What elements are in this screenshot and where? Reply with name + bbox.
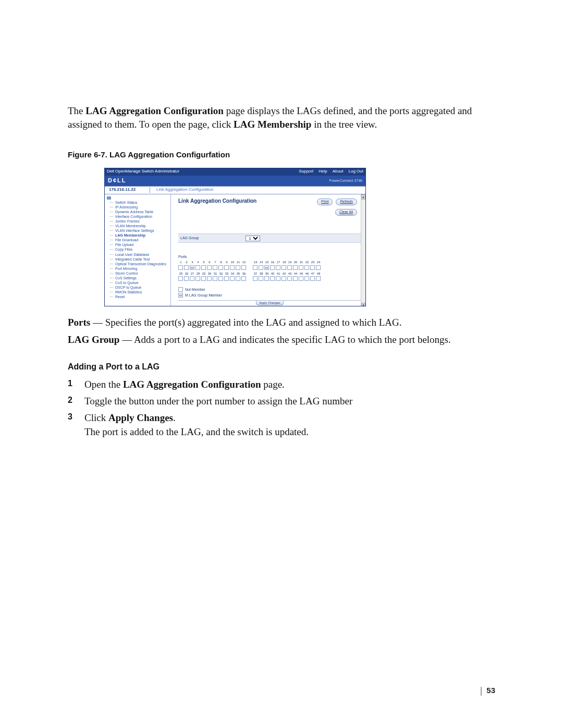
port-toggle[interactable] — [236, 265, 240, 270]
tree-item[interactable]: Copy Files — [107, 247, 170, 252]
port-toggle[interactable] — [259, 276, 263, 281]
port-toggle[interactable] — [224, 265, 229, 270]
tree-item[interactable]: Storm Control — [107, 271, 170, 276]
port-toggle[interactable] — [190, 276, 194, 281]
def-text-ports: — Specifies the port(s) aggregated into … — [90, 317, 401, 328]
port-toggle[interactable] — [293, 265, 298, 270]
port-toggle[interactable] — [282, 265, 286, 270]
port-number: 1 — [178, 260, 183, 264]
port-toggle[interactable] — [299, 276, 303, 281]
tree-root[interactable] — [107, 196, 170, 200]
port-toggle[interactable] — [310, 276, 315, 281]
tree-item[interactable]: Optical Transceiver Diagnostics — [107, 262, 170, 266]
tree-item[interactable]: IP Addressing — [107, 205, 170, 209]
port-toggle[interactable] — [218, 276, 223, 281]
clear-all-button[interactable]: Clear All — [335, 209, 357, 216]
port-toggle[interactable] — [253, 265, 258, 270]
port-toggle[interactable] — [213, 276, 217, 281]
tree-item[interactable]: File Download — [107, 238, 170, 242]
port-toggle[interactable] — [287, 265, 292, 270]
port-toggle[interactable] — [276, 276, 280, 281]
port-toggle[interactable] — [304, 265, 309, 270]
port-toggle[interactable] — [282, 276, 286, 281]
port-toggle[interactable] — [201, 265, 206, 270]
tree-item[interactable]: Switch Status — [107, 200, 170, 205]
port-toggle[interactable] — [270, 276, 275, 281]
port-toggle[interactable] — [201, 276, 206, 281]
port-toggle[interactable] — [241, 265, 246, 270]
port-number: 28 — [195, 272, 201, 276]
port-toggle[interactable] — [264, 276, 269, 281]
port-toggle[interactable] — [184, 265, 189, 270]
ports-legend: Not Member M M LAG Group Member — [178, 287, 361, 298]
port-toggle[interactable]: M — [190, 265, 194, 270]
port-toggle[interactable] — [207, 276, 212, 281]
port-number: 15 — [264, 260, 270, 264]
port-toggle[interactable] — [207, 265, 212, 270]
step: 3 Click Apply Changes. The port is added… — [68, 411, 495, 439]
port-toggle[interactable] — [178, 276, 183, 281]
tree-item[interactable]: Dynamic Address Table — [107, 209, 170, 214]
tree-item[interactable]: Jumbo Frames — [107, 219, 170, 224]
tree-item[interactable]: Port Mirroring — [107, 266, 170, 271]
nav-about[interactable]: About — [333, 169, 344, 175]
port-toggle[interactable] — [178, 265, 183, 270]
port-toggle[interactable] — [230, 276, 235, 281]
tree-item[interactable]: Interface Configuration — [107, 214, 170, 219]
tree-item[interactable]: Integrated Cable Test — [107, 257, 170, 262]
port-toggle[interactable] — [299, 265, 303, 270]
port-toggle[interactable] — [287, 276, 292, 281]
port-toggle[interactable] — [310, 265, 315, 270]
tree-item[interactable]: DSCP to Queue — [107, 285, 170, 290]
tree-item[interactable]: Reset — [107, 294, 170, 299]
port-toggle[interactable] — [293, 276, 298, 281]
port-number: 2 — [184, 260, 189, 264]
port-toggle[interactable] — [276, 265, 280, 270]
port-toggle[interactable] — [253, 276, 258, 281]
refresh-button[interactable]: Refresh — [336, 199, 357, 205]
apply-changes-button[interactable]: Apply Changes — [255, 301, 284, 305]
legend-not-member-icon — [178, 287, 183, 292]
tree-item[interactable]: Local User Database — [107, 252, 170, 257]
port-toggle[interactable] — [259, 265, 263, 270]
tree-item[interactable]: VLAN Membership — [107, 224, 170, 228]
lag-group-select[interactable]: 1 — [246, 236, 260, 241]
scroll-up-icon[interactable]: ▲ — [361, 194, 365, 200]
port-toggle[interactable] — [236, 276, 240, 281]
port-toggle[interactable] — [241, 276, 246, 281]
port-toggle[interactable] — [184, 276, 189, 281]
print-button[interactable]: Print — [317, 199, 333, 205]
port-toggle[interactable] — [195, 265, 200, 270]
nav-help[interactable]: Help — [319, 169, 327, 175]
nav-logout[interactable]: Log Out — [349, 169, 363, 175]
tree-item[interactable]: LAG Membership — [107, 233, 170, 238]
step: 2 Toggle the button under the port numbe… — [68, 394, 495, 409]
port-toggle[interactable] — [195, 276, 200, 281]
tree-item[interactable]: CoS to Queue — [107, 280, 170, 285]
nav-support[interactable]: Support — [299, 169, 313, 175]
port-toggle[interactable] — [230, 265, 235, 270]
content-area: Switch StatusIP AddressingDynamic Addres… — [105, 194, 365, 306]
scrollbar[interactable]: ▲ ▼ — [361, 194, 365, 306]
port-toggle[interactable]: M — [264, 265, 269, 270]
port-number: 21 — [299, 260, 304, 264]
tree-item[interactable]: VLAN Interface Settings — [107, 228, 170, 233]
port-toggle[interactable] — [213, 265, 217, 270]
procedure-heading: Adding a Port to a LAG — [68, 361, 495, 373]
port-toggle[interactable] — [304, 276, 309, 281]
tree-item[interactable]: RMON Statistics — [107, 290, 170, 294]
tree-item[interactable]: File Upload — [107, 242, 170, 247]
port-toggle[interactable] — [316, 276, 321, 281]
tree-item[interactable]: CoS Settings — [107, 276, 170, 280]
legend-member-icon: M — [178, 293, 183, 298]
port-number: 32 — [218, 272, 224, 276]
port-toggle[interactable] — [270, 265, 275, 270]
scroll-down-icon[interactable]: ▼ — [361, 303, 365, 306]
text: The — [68, 105, 85, 116]
port-number: 9 — [224, 260, 229, 264]
document-page: The LAG Aggregation Configuration page d… — [0, 0, 563, 728]
port-toggle[interactable] — [224, 276, 229, 281]
port-number: 3 — [190, 260, 195, 264]
port-toggle[interactable] — [218, 265, 223, 270]
port-toggle[interactable] — [316, 265, 321, 270]
